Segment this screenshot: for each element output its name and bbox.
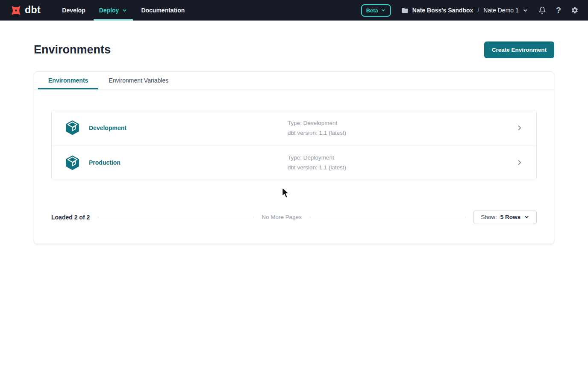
loaded-count-text: Loaded 2 of 2 [51,214,90,221]
environment-type: Type: Deployment [288,154,346,161]
nav-develop-label: Develop [62,7,85,14]
navbar-right: Beta Nate Boss's Sandbox / Nate Demo 1 [361,4,579,17]
pagination-bar: Loaded 2 of 2 No More Pages Show: 5 Rows [51,210,537,224]
divider-line [309,217,466,217]
environment-name-link[interactable]: Development [89,124,126,131]
dbt-logo-text: dbt [25,4,41,16]
environment-meta: Type: Deployment dbt version: 1.1 (lates… [288,154,346,171]
environment-dbt-version: dbt version: 1.1 (latest) [288,164,346,171]
account-name: Nate Boss's Sandbox [412,7,473,14]
account-project-switcher[interactable]: Nate Boss's Sandbox / Nate Demo 1 [401,7,528,14]
notifications-bell-icon[interactable] [538,6,546,14]
tab-environments[interactable]: Environments [38,72,98,89]
create-environment-button[interactable]: Create Environment [484,41,554,58]
environment-type: Type: Development [288,120,346,126]
project-name: Nate Demo 1 [483,7,518,14]
tab-environments-label: Environments [48,77,88,84]
beta-label: Beta [366,7,378,14]
page-title: Environments [34,43,111,56]
nav-deploy-label: Deploy [99,7,119,14]
primary-nav: Develop Deploy Documentation [55,0,191,21]
chevron-down-icon [381,8,386,13]
environment-name-link[interactable]: Production [89,159,121,166]
chevron-right-icon [516,159,523,166]
environments-card: Environments Environment Variables Devel [34,71,554,244]
environment-meta: Type: Development dbt version: 1.1 (late… [288,120,346,136]
main-content: Environments Create Environment Environm… [34,41,554,244]
environment-list: Development Type: Development dbt versio… [51,110,537,180]
dbt-logo-icon [10,5,22,16]
nav-item-develop[interactable]: Develop [55,0,92,21]
environment-cube-icon [65,120,80,136]
navbar-icon-group: ? [538,6,579,15]
tab-bar: Environments Environment Variables [34,72,554,89]
dbt-logo[interactable]: dbt [10,5,41,16]
beta-dropdown[interactable]: Beta [361,4,391,17]
chevron-down-icon [523,8,528,13]
nav-item-deploy[interactable]: Deploy [92,0,135,21]
show-label: Show: [481,214,497,220]
divider-line [97,217,254,217]
environment-dbt-version: dbt version: 1.1 (latest) [288,130,346,136]
help-icon[interactable]: ? [556,6,561,15]
tab-environment-variables-label: Environment Variables [109,77,168,84]
card-body: Development Type: Development dbt versio… [34,89,554,244]
chevron-right-icon [516,124,523,132]
breadcrumb-separator: / [477,7,479,14]
folder-icon [401,7,409,14]
no-more-pages-text: No More Pages [262,214,302,220]
page-header: Environments Create Environment [34,41,554,58]
top-navbar: dbt Develop Deploy Documentation Beta Na… [0,0,588,21]
rows-per-page-dropdown[interactable]: Show: 5 Rows [473,210,537,224]
rows-value: 5 Rows [500,214,520,220]
chevron-down-icon [524,214,529,220]
environment-row-production[interactable]: Production Type: Deployment dbt version:… [52,145,536,180]
tab-environment-variables[interactable]: Environment Variables [98,72,179,89]
settings-gear-icon[interactable] [571,6,579,14]
nav-item-documentation[interactable]: Documentation [134,0,191,21]
nav-documentation-label: Documentation [141,7,185,14]
chevron-down-icon [122,8,127,13]
environment-row-development[interactable]: Development Type: Development dbt versio… [52,110,536,145]
environment-cube-icon [65,155,80,171]
